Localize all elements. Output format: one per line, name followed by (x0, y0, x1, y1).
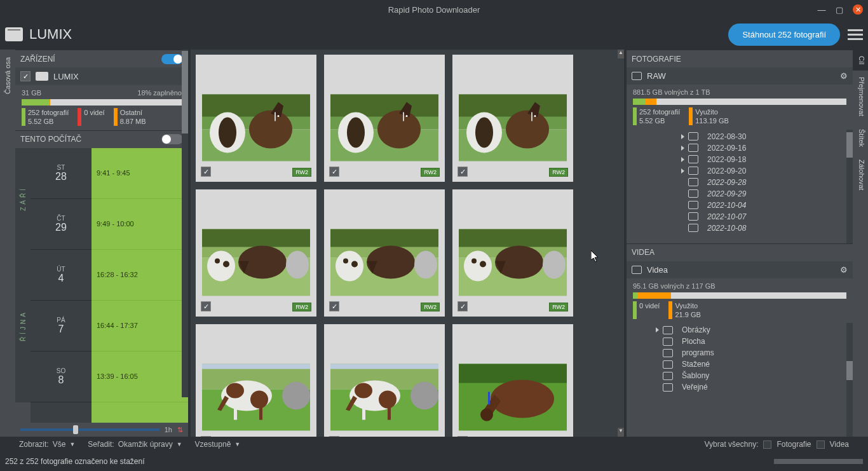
select-all-videos-checkbox[interactable] (817, 440, 825, 449)
thumbnail[interactable]: ✓ RW2 (324, 55, 445, 182)
rail-tab-rename[interactable]: Přejmenovat (853, 71, 868, 123)
thumb-checkbox[interactable]: ✓ (329, 436, 339, 437)
tree-row[interactable]: 2022-09-20 (627, 165, 853, 177)
show-filter[interactable]: Zobrazit: Vše ▼ (19, 440, 75, 449)
thumb-checkbox[interactable]: ✓ (329, 167, 339, 177)
thumb-checkbox[interactable]: ✓ (201, 301, 211, 311)
camera-icon (36, 72, 48, 81)
photos-header: FOTOGRAFIE (627, 50, 853, 67)
titlebar: Rapid Photo Downloader — ▢ ✕ (0, 0, 868, 19)
photos-folder-tree[interactable]: 2022-08-302022-09-162022-09-182022-09-20… (627, 130, 853, 243)
videos-dest-row[interactable]: Videa ⚙ (627, 261, 853, 278)
rail-tab-target[interactable]: Cíl (853, 50, 868, 71)
tree-row[interactable]: 2022-09-18 (627, 154, 853, 165)
maximize-button[interactable]: ▢ (835, 5, 844, 14)
thumbnail[interactable]: ✓ RW2 (324, 189, 445, 317)
tree-row[interactable]: 2022-09-29 (627, 188, 853, 200)
thumb-checkbox[interactable]: ✓ (458, 167, 468, 177)
tree-row[interactable]: Šablony (627, 370, 853, 381)
zoom-label: 1h (165, 426, 172, 433)
menu-button[interactable] (848, 29, 863, 40)
gear-icon[interactable]: ⚙ (840, 265, 848, 275)
timeline-range[interactable]: 16:44 - 17:37 (92, 301, 188, 352)
timeline-day[interactable]: SO8 (31, 352, 92, 402)
this-computer-label: TENTO POČÍTAČ (20, 135, 81, 144)
tree-row[interactable]: Plocha (627, 336, 853, 347)
thumb-checkbox[interactable]: ✓ (201, 167, 211, 177)
thumb-checkbox[interactable]: ✓ (329, 301, 339, 311)
device-row-label: LUMIX (53, 72, 79, 81)
left-rail[interactable]: Časová osa (0, 50, 15, 437)
thumbnail[interactable]: ✓ RW2 (452, 189, 573, 317)
tree-row[interactable]: 2022-08-30 (627, 131, 853, 142)
timeline-range[interactable]: 9:49 - 10:00 (92, 199, 188, 250)
sort-arrows-icon[interactable]: ⇅ (177, 426, 183, 434)
devices-toggle[interactable] (161, 54, 183, 64)
status-text: 252 z 252 fotografie označeno ke stažení (5, 457, 145, 466)
thumbnail[interactable]: ✓ RW2 (196, 55, 316, 182)
photos-dest-label: RAW (647, 71, 666, 81)
status-bar: 252 z 252 fotografie označeno ke stažení (0, 452, 868, 471)
videos-folder-tree[interactable]: ObrázkyPlochaprogramsStaženéŠablonyVeřej… (627, 323, 853, 437)
device-row[interactable]: ✓ LUMIX (15, 67, 188, 85)
center-scrollbar[interactable]: ▲ ▼ (618, 50, 624, 437)
tree-scrollbar[interactable] (846, 130, 853, 243)
timeline-zoom: 1h ⇅ (15, 423, 188, 437)
timeline-day[interactable]: PÁ7 (31, 301, 92, 352)
thumb-checkbox[interactable]: ✓ (201, 436, 211, 437)
rail-tab-backup[interactable]: Zálohovat (853, 153, 868, 196)
storage-bar (22, 99, 182, 106)
close-button[interactable]: ✕ (853, 4, 863, 15)
select-all-photos-checkbox[interactable] (763, 440, 771, 449)
download-button[interactable]: Stáhnout 252 fotografií (728, 24, 840, 46)
zoom-slider[interactable] (20, 428, 159, 431)
chevron-down-icon: ▼ (234, 441, 240, 447)
this-computer-toggle[interactable] (161, 134, 183, 144)
tree-row[interactable]: 2022-09-16 (627, 142, 853, 154)
folder-icon (688, 212, 698, 221)
tree-row[interactable]: 2022-10-08 (627, 222, 853, 234)
folder-icon (632, 72, 642, 80)
timeline-range[interactable]: 13:39 - 16:05 (92, 352, 188, 402)
timeline-day[interactable]: ST28 (31, 148, 92, 199)
folder-icon (663, 372, 673, 380)
filetype-badge: RW2 (421, 168, 440, 177)
legend-photos: 252 fotografií (28, 108, 69, 117)
thumbnail-grid: ✓ RW2 ✓ RW2 ✓ RW2 ✓ RW2 ✓ RW2 ✓ RW2 ✓ RW… (191, 50, 624, 437)
sort-filter[interactable]: Seřadit: Okamžik úpravy ▼ (88, 440, 182, 449)
device-name: LUMIX (29, 26, 72, 43)
folder-icon (688, 132, 698, 140)
sort-direction[interactable]: Vzestupně ▼ (195, 440, 241, 449)
minimize-button[interactable]: — (817, 5, 826, 14)
device-checkbox[interactable]: ✓ (20, 71, 31, 81)
rail-tab-tag[interactable]: Štítek (853, 123, 868, 153)
thumb-checkbox[interactable]: ✓ (458, 301, 468, 311)
thumbnail[interactable]: ✓ RW2 (452, 55, 573, 182)
thumbnail[interactable]: ✓ RW2 (452, 324, 573, 437)
tree-row[interactable]: 2022-09-28 (627, 177, 853, 188)
tree-scrollbar[interactable] (846, 323, 853, 437)
folder-icon (663, 338, 673, 346)
tree-row[interactable]: programs (627, 347, 853, 358)
timeline-range[interactable]: 9:41 - 9:45 (92, 148, 188, 199)
expand-icon (681, 168, 684, 174)
tree-row[interactable]: 2022-10-07 (627, 211, 853, 222)
thumb-checkbox[interactable]: ✓ (458, 436, 468, 437)
videos-free-space: 95.1 GB volných z 117 GB (633, 282, 846, 290)
tree-row[interactable]: 2022-10-04 (627, 200, 853, 211)
thumbnail[interactable]: ✓ RW2 (196, 189, 316, 317)
this-computer-header: TENTO POČÍTAČ (15, 130, 188, 148)
thumbnail[interactable]: ✓ RW2 (196, 324, 316, 437)
timeline-range[interactable]: 16:28 - 16:32 (92, 250, 188, 301)
photos-dest-row[interactable]: RAW ⚙ (627, 67, 853, 85)
left-scrollbar[interactable] (182, 50, 188, 397)
timeline-day[interactable]: ČT29 (31, 199, 92, 250)
tree-row[interactable]: Veřejné (627, 381, 853, 393)
tree-row[interactable]: Obrázky (627, 324, 853, 336)
thumbnail[interactable]: ✓ RW2 (324, 324, 445, 437)
gear-icon[interactable]: ⚙ (840, 71, 848, 81)
folder-icon (688, 167, 698, 175)
photos-free-space: 881.5 GB volných z 1 TB (633, 88, 846, 96)
tree-row[interactable]: Stažené (627, 358, 853, 370)
timeline-day[interactable]: ÚT4 (31, 250, 92, 301)
